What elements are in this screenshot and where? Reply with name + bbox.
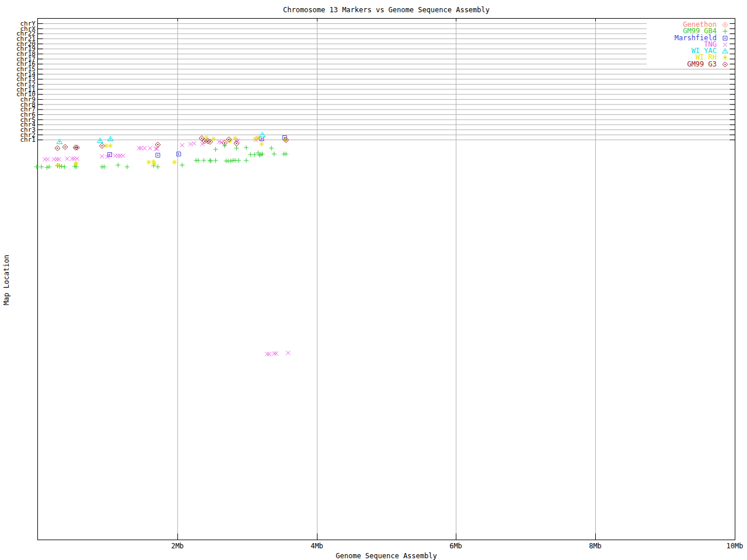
marker-point (284, 152, 288, 156)
marker-point (62, 164, 67, 169)
marker-point (180, 144, 184, 148)
marker-point (62, 145, 68, 150)
marker-point (75, 157, 79, 161)
marker-point (201, 158, 206, 163)
marker-point (236, 158, 241, 163)
marker-point (259, 142, 264, 146)
legend-row: GM99 G3 (647, 61, 729, 68)
marker-point (116, 163, 120, 167)
plot-area (0, 0, 747, 560)
x-tick-label: 8Mb (578, 542, 613, 550)
marker-point (177, 152, 181, 156)
x-axis-title: Genome Sequence Assembly (37, 552, 735, 560)
marker-point (60, 164, 64, 169)
marker-point (244, 145, 249, 150)
marker-point (100, 155, 104, 159)
marker-point (70, 157, 74, 161)
marker-point (146, 160, 151, 164)
marker-point (172, 160, 177, 164)
legend-row: Marshfield (647, 35, 729, 41)
marker-point (107, 136, 113, 141)
marker-point (155, 164, 160, 169)
marker-point (286, 351, 290, 355)
legend: GenethonGM99 GB4MarshfieldTNGWI YACWI RH… (647, 21, 729, 68)
marker-point (269, 146, 274, 150)
legend-marker-icon (721, 35, 729, 41)
marker-point (116, 154, 120, 158)
legend-row: TNG (647, 41, 729, 48)
marker-point (55, 158, 59, 162)
marker-point (74, 161, 79, 166)
marker-point (97, 138, 103, 143)
marker-point (260, 132, 266, 137)
marker-point (45, 165, 50, 170)
marker-point (142, 146, 146, 150)
legend-marker-icon (721, 48, 729, 54)
marker-point (208, 159, 213, 163)
marker-point (272, 152, 277, 156)
chart: Chromosome 13 Markers vs Genome Sequence… (0, 0, 747, 560)
x-tick-label: 10Mb (717, 542, 747, 550)
marker-point (180, 163, 184, 167)
marker-point (256, 135, 260, 140)
marker-point (39, 164, 44, 169)
marker-point (272, 352, 276, 356)
legend-marker-icon (721, 61, 729, 68)
marker-point (65, 157, 69, 161)
marker-point (192, 142, 196, 146)
marker-point (55, 146, 60, 151)
marker-point (265, 352, 269, 356)
y-tick-label: chr1 (0, 136, 36, 143)
marker-point (139, 146, 143, 150)
legend-marker-icon (721, 41, 729, 48)
marker-point (196, 158, 201, 163)
marker-point (200, 142, 204, 146)
x-tick-label: 4Mb (299, 542, 334, 550)
marker-point (137, 146, 141, 150)
marker-point (155, 142, 160, 148)
legend-marker-icon (721, 22, 729, 28)
marker-point (102, 164, 106, 169)
plot-border (38, 19, 735, 540)
axis-ticks (38, 19, 735, 540)
marker-point (46, 158, 50, 162)
marker-point (152, 162, 156, 166)
marker-point (248, 152, 253, 157)
marker-point (108, 144, 113, 148)
x-tick-label: 2Mb (160, 542, 195, 550)
legend-marker-icon (721, 28, 729, 34)
marker-point (214, 147, 218, 152)
marker-point (148, 146, 152, 150)
marker-point (47, 164, 51, 169)
marker-point (211, 136, 216, 141)
marker-point (57, 158, 61, 162)
legend-row: WI YAC (647, 48, 729, 54)
legend-label: GM99 G3 (687, 61, 717, 68)
marker-point (156, 153, 160, 158)
marker-point (244, 158, 249, 163)
marker-point (214, 158, 218, 163)
marker-point (121, 154, 125, 158)
x-tick-label: 6Mb (438, 542, 473, 550)
marker-point (274, 352, 278, 356)
marker-point (56, 163, 61, 167)
marker-point (229, 159, 233, 163)
gridlines (38, 19, 735, 540)
scatter-series-gm99-g3 (55, 136, 289, 151)
marker-point (125, 164, 130, 169)
scatter-series-tng (43, 136, 290, 356)
marker-point (233, 136, 238, 141)
legend-marker-icon (721, 54, 729, 61)
marker-point (267, 352, 271, 356)
marker-point (208, 158, 212, 163)
marker-point (99, 144, 104, 149)
marker-point (34, 164, 39, 169)
